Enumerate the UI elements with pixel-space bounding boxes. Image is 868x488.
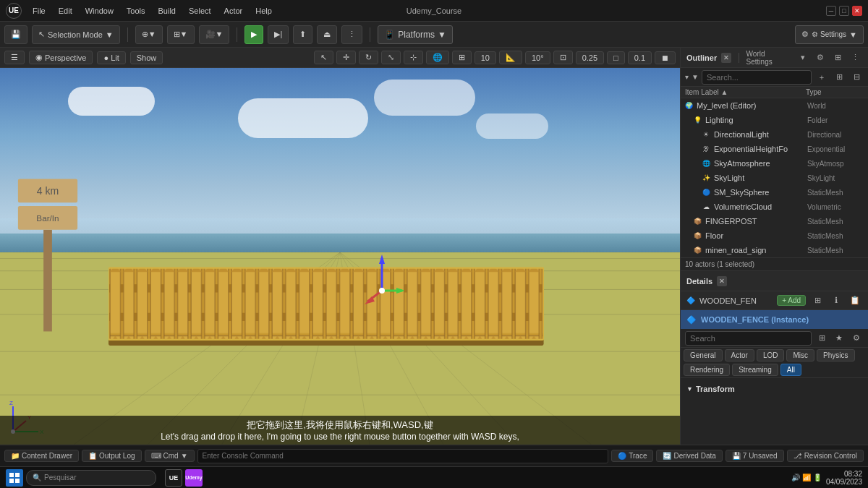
transform-header[interactable]: ▼ Transform (686, 383, 862, 395)
selection-mode-button[interactable]: ↖ Selection Mode ▼ (32, 25, 120, 44)
details-option-btn3[interactable]: 📋 (848, 294, 862, 308)
tab-physics[interactable]: Physics (817, 349, 854, 361)
save-button[interactable]: 💾 (4, 25, 27, 44)
menu-actor[interactable]: Actor (219, 5, 248, 17)
details-grid-btn[interactable]: ⊞ (814, 331, 829, 346)
options-btn[interactable]: ⋮ (341, 25, 362, 44)
details-more-btn[interactable]: ⚙ (849, 331, 864, 346)
outliner-item[interactable]: 🌐 SkyAtmosphere SkyAtmosp (681, 156, 868, 171)
outliner-settings-btn[interactable]: ⚙ (813, 51, 827, 65)
details-close-btn[interactable]: ✕ (717, 276, 727, 286)
tab-streaming[interactable]: Streaming (732, 364, 778, 376)
outliner-item[interactable]: 📦 FINGERPOST StaticMesh (681, 214, 868, 228)
scale-val[interactable]: 0.25 (576, 51, 604, 64)
outliner-filter-btn[interactable]: ▾ (796, 51, 810, 65)
show-btn[interactable]: Show (130, 51, 163, 64)
outliner-add-btn[interactable]: + (814, 70, 829, 85)
tab-lod[interactable]: LOD (757, 349, 785, 361)
svg-rect-29 (109, 268, 544, 340)
tab-all[interactable]: All (780, 364, 801, 376)
outliner-item[interactable]: ☀ DirectionalLight Directional (681, 127, 868, 142)
menu-file[interactable]: File (27, 5, 51, 17)
item-type: Folder (807, 116, 865, 124)
taskbar-app-ue[interactable]: UE (165, 469, 182, 487)
start-button[interactable] (6, 469, 23, 487)
details-option-btn1[interactable]: ⊞ (810, 294, 825, 308)
menu-tools[interactable]: Tools (122, 5, 150, 17)
tab-misc[interactable]: Misc (786, 349, 814, 361)
move-tool[interactable]: ✛ (336, 51, 356, 64)
stop-btn[interactable]: ⬆ (293, 25, 312, 44)
item-icon: 🌫 (701, 144, 711, 154)
content-drawer-btn[interactable]: 📁 Content Drawer (4, 450, 79, 462)
outliner-item[interactable]: 🔵 SM_SkySphere StaticMesh (681, 185, 868, 200)
platforms-button[interactable]: 📱 Platforms ▼ (378, 25, 453, 44)
camera-speed-btn[interactable]: ⏹ (655, 51, 676, 64)
trace-btn[interactable]: 🔵 Trace (611, 450, 653, 462)
rotate-tool[interactable]: ↻ (359, 51, 378, 64)
perspective-btn[interactable]: ◉ Perspective (29, 51, 93, 64)
play-button[interactable]: ▶ (244, 25, 263, 44)
derived-data-btn[interactable]: 🔄 Derived Data (656, 450, 722, 462)
details-search-input[interactable] (685, 331, 812, 346)
scale-tool[interactable]: ⤡ (381, 51, 401, 64)
viewport-menu-btn[interactable]: ☰ (4, 51, 25, 64)
outliner-item[interactable]: 📦 minen_road_sign StaticMesh (681, 243, 868, 257)
play-selected-btn[interactable]: ▶| (268, 25, 289, 44)
scale-snap-btn[interactable]: ⊡ (553, 51, 573, 64)
outliner-collapse-btn[interactable]: ⊟ (849, 70, 864, 85)
menu-build[interactable]: Build (153, 5, 181, 17)
outliner-close-btn[interactable]: ✕ (721, 53, 731, 63)
output-log-btn[interactable]: 📋 Output Log (82, 450, 141, 462)
outliner-view-options-btn[interactable]: ⊞ (832, 70, 846, 85)
outliner-search-input[interactable] (702, 70, 812, 85)
menu-window[interactable]: Window (80, 5, 119, 17)
tab-general[interactable]: General (684, 349, 723, 361)
tab-actor[interactable]: Actor (725, 349, 754, 361)
camera-btn[interactable]: 🎥▼ (199, 25, 230, 44)
outliner-item[interactable]: 🌫 ExponentialHeightFo Exponential (681, 142, 868, 156)
outliner-item[interactable]: 📦 Floor StaticMesh (681, 228, 868, 243)
angle-snap-btn[interactable]: 📐 (499, 51, 522, 64)
minimize-button[interactable]: ─ (826, 6, 836, 16)
unsaved-btn[interactable]: 💾 7 Unsaved (726, 450, 784, 462)
close-button[interactable]: ✕ (852, 6, 862, 16)
size-val[interactable]: 0.1 (628, 51, 652, 64)
outliner-more-btn[interactable]: ⋮ (848, 51, 862, 65)
transform-tool[interactable]: ⊹ (404, 51, 423, 64)
taskbar-app-udemy[interactable]: Udemy (185, 469, 203, 487)
world-local-toggle[interactable]: 🌐 (426, 51, 449, 64)
details-add-button[interactable]: + Add (777, 295, 806, 306)
maximize-button[interactable]: □ (839, 6, 849, 16)
menu-edit[interactable]: Edit (54, 5, 77, 17)
details-star-btn[interactable]: ★ (832, 331, 846, 346)
grid-size[interactable]: 10 (475, 51, 496, 64)
size-snap-btn[interactable]: □ (607, 51, 625, 64)
cursor-icon: ↖ (38, 30, 45, 39)
menu-help[interactable]: Help (250, 5, 277, 17)
details-option-btn2[interactable]: ℹ (829, 294, 843, 308)
derived-icon: 🔄 (663, 452, 671, 460)
taskbar-search[interactable]: 🔍 Pesquisar (26, 470, 156, 486)
snap-btn[interactable]: ⊞▼ (167, 25, 195, 44)
grid-snap-btn[interactable]: ⊞ (452, 51, 472, 64)
drawer-icon: 📁 (11, 452, 20, 460)
lit-btn[interactable]: ● Lit (97, 51, 125, 64)
viewport[interactable]: ☰ ◉ Perspective ● Lit Show ↖ ✛ ↻ (0, 48, 680, 445)
settings-button[interactable]: ⚙ ⚙ Settings ▼ (795, 25, 864, 44)
tab-rendering[interactable]: Rendering (684, 364, 730, 376)
details-instance-label: WOODEN_FENCE (Instance) (701, 315, 809, 324)
console-input[interactable] (197, 449, 609, 463)
outliner-item[interactable]: 💡 Lighting Folder (681, 113, 868, 127)
cmd-btn[interactable]: ⌨ Cmd ▼ (145, 450, 195, 462)
eject-btn[interactable]: ⏏ (317, 25, 337, 44)
outliner-item[interactable]: ☁ VolumetricCloud Volumetric (681, 200, 868, 214)
select-tool[interactable]: ↖ (314, 51, 333, 64)
angle-size[interactable]: 10° (525, 51, 550, 64)
outliner-item[interactable]: ✨ SkyLight SkyLight (681, 171, 868, 185)
outliner-expand-btn[interactable]: ⊞ (830, 51, 845, 65)
revision-control-btn[interactable]: ⎇ Revision Control (787, 450, 864, 462)
outliner-item[interactable]: 🌍 My_level (Editor) World (681, 98, 868, 113)
menu-select[interactable]: Select (184, 5, 216, 17)
actor-placement-btn[interactable]: ⊕▼ (135, 25, 163, 44)
